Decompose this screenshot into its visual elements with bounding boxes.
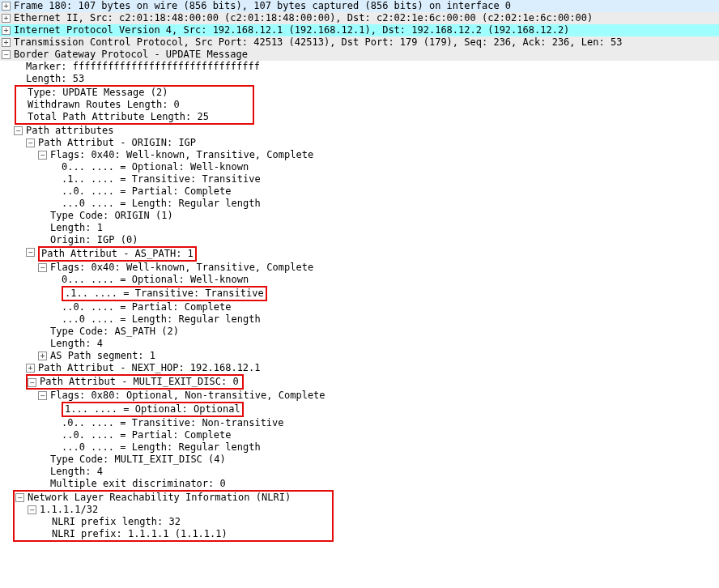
med-typecode-row[interactable]: Type Code: MULTI_EXIT_DISC (4) (0, 454, 719, 466)
aspath-seg-row[interactable]: AS Path segment: 1 (0, 350, 719, 362)
aspath-len-row[interactable]: Length: 4 (0, 338, 719, 350)
aspath-b1: .1.. .... = Transitive: Transitive (65, 288, 264, 299)
origin-title: Path Attribut - ORIGIN: IGP (38, 137, 196, 149)
med-title: Path Attribut - MULTI_EXIT_DISC: 0 (40, 376, 239, 388)
origin-flags-row[interactable]: Flags: 0x40: Well-known, Transitive, Com… (0, 149, 719, 161)
expand-icon[interactable] (2, 2, 11, 11)
bgp-totalpath-row[interactable]: Total Path Attribute Length: 25 (16, 111, 253, 123)
frame-summary: Frame 180: 107 bytes on wire (856 bits),… (14, 0, 511, 12)
med-flags: Flags: 0x80: Optional, Non-transitive, C… (50, 390, 325, 402)
expand-icon[interactable] (2, 26, 11, 35)
med-val-row[interactable]: Multiple exit discriminator: 0 (0, 478, 719, 490)
frame-row[interactable]: Frame 180: 107 bytes on wire (856 bits),… (0, 0, 719, 12)
bgp-length: Length: 53 (26, 73, 84, 85)
med-val: Multiple exit discriminator: 0 (50, 478, 226, 490)
med-flags-row[interactable]: Flags: 0x80: Optional, Non-transitive, C… (0, 390, 719, 402)
med-b3-row[interactable]: ...0 .... = Length: Regular length (0, 441, 719, 454)
tcp-summary: Transmission Control Protocol, Src Port:… (14, 36, 622, 49)
aspath-typecode-row[interactable]: Type Code: AS_PATH (2) (0, 326, 719, 338)
origin-b3: ...0 .... = Length: Regular length (62, 198, 261, 210)
med-b3: ...0 .... = Length: Regular length (62, 441, 261, 454)
aspath-b1-row[interactable]: .1.. .... = Transitive: Transitive (0, 286, 719, 301)
origin-b1-row[interactable]: .1.. .... = Transitive: Transitive (0, 173, 719, 185)
bgp-type-row[interactable]: Type: UPDATE Message (2) (16, 87, 253, 99)
origin-b2-row[interactable]: ..0. .... = Partial: Complete (0, 185, 719, 198)
nlri-prefix: 1.1.1.1/32 (40, 504, 98, 516)
nexthop-row[interactable]: Path Attribut - NEXT_HOP: 192.168.12.1 (0, 362, 719, 374)
aspath-b2-row[interactable]: ..0. .... = Partial: Complete (0, 301, 719, 313)
bgp-marker: Marker: ffffffffffffffffffffffffffffffff (26, 61, 260, 73)
origin-b0-row[interactable]: 0... .... = Optional: Well-known (0, 161, 719, 173)
ip-row[interactable]: Internet Protocol Version 4, Src: 192.16… (0, 24, 719, 36)
nlri-title: Network Layer Reachability Information (… (28, 492, 291, 504)
bgp-marker-row[interactable]: Marker: ffffffffffffffffffffffffffffffff (0, 61, 719, 73)
bgp-withdrawn: Withdrawn Routes Length: 0 (28, 99, 180, 111)
nlri-pval-row[interactable]: NLRI prefix: 1.1.1.1 (1.1.1.1) (15, 528, 332, 540)
origin-len: Length: 1 (50, 222, 103, 234)
bgp-row[interactable]: Border Gateway Protocol - UPDATE Message (0, 49, 719, 61)
ip-summary: Internet Protocol Version 4, Src: 192.16… (14, 24, 569, 36)
expand-icon[interactable] (2, 38, 11, 47)
nlri-plen: NLRI prefix length: 32 (52, 516, 181, 528)
bgp-title: Border Gateway Protocol - UPDATE Message (14, 49, 248, 61)
collapse-icon[interactable] (15, 493, 24, 502)
expand-icon[interactable] (26, 364, 35, 373)
aspath-len: Length: 4 (50, 338, 103, 350)
collapse-icon[interactable] (2, 50, 11, 59)
path-attrs-label: Path attributes (26, 125, 113, 137)
collapse-icon[interactable] (26, 248, 35, 257)
ethernet-summary: Ethernet II, Src: c2:01:18:48:00:00 (c2:… (14, 12, 593, 24)
med-b0-row[interactable]: 1... .... = Optional: Optional (0, 402, 719, 417)
collapse-icon[interactable] (38, 391, 47, 400)
ethernet-row[interactable]: Ethernet II, Src: c2:01:18:48:00:00 (c2:… (0, 12, 719, 24)
nexthop-title: Path Attribut - NEXT_HOP: 192.168.12.1 (38, 362, 261, 374)
med-b0: 1... .... = Optional: Optional (65, 403, 240, 415)
med-b1: .0.. .... = Transitive: Non-transitive (62, 417, 284, 429)
med-len-row[interactable]: Length: 4 (0, 466, 719, 478)
collapse-icon[interactable] (26, 138, 35, 147)
origin-val: Origin: IGP (0) (50, 234, 138, 246)
expand-icon[interactable] (2, 14, 11, 23)
nlri-plen-row[interactable]: NLRI prefix length: 32 (15, 516, 332, 528)
bgp-withdrawn-row[interactable]: Withdrawn Routes Length: 0 (16, 99, 253, 111)
path-attrs-row[interactable]: Path attributes (0, 125, 719, 137)
origin-len-row[interactable]: Length: 1 (0, 222, 719, 234)
aspath-b3-row[interactable]: ...0 .... = Length: Regular length (0, 313, 719, 326)
collapse-icon[interactable] (38, 263, 47, 272)
origin-row[interactable]: Path Attribut - ORIGIN: IGP (0, 137, 719, 149)
collapse-icon[interactable] (28, 505, 36, 514)
bgp-length-row[interactable]: Length: 53 (0, 73, 719, 85)
aspath-seg: AS Path segment: 1 (50, 350, 155, 362)
aspath-b0: 0... .... = Optional: Well-known (62, 274, 249, 286)
med-len: Length: 4 (50, 466, 103, 478)
med-b1-row[interactable]: .0.. .... = Transitive: Non-transitive (0, 417, 719, 429)
bgp-type: Type: UPDATE Message (2) (28, 87, 168, 99)
origin-val-row[interactable]: Origin: IGP (0) (0, 234, 719, 246)
nlri-row[interactable]: Network Layer Reachability Information (… (15, 492, 332, 504)
aspath-title: Path Attribut - AS_PATH: 1 (41, 248, 194, 259)
origin-typecode-row[interactable]: Type Code: ORIGIN (1) (0, 210, 719, 222)
origin-b0: 0... .... = Optional: Well-known (62, 161, 249, 173)
aspath-b2: ..0. .... = Partial: Complete (62, 301, 232, 313)
aspath-row[interactable]: Path Attribut - AS_PATH: 1 (0, 246, 719, 262)
collapse-icon[interactable] (38, 151, 47, 160)
med-b2-row[interactable]: ..0. .... = Partial: Complete (0, 429, 719, 441)
med-row[interactable]: Path Attribut - MULTI_EXIT_DISC: 0 (0, 374, 719, 390)
bgp-totalpath: Total Path Attribute Length: 25 (28, 111, 209, 123)
collapse-icon[interactable] (14, 126, 23, 135)
aspath-flags-row[interactable]: Flags: 0x40: Well-known, Transitive, Com… (0, 262, 719, 274)
aspath-flags: Flags: 0x40: Well-known, Transitive, Com… (50, 262, 313, 274)
collapse-icon[interactable] (28, 378, 36, 387)
origin-flags: Flags: 0x40: Well-known, Transitive, Com… (50, 149, 313, 161)
origin-b3-row[interactable]: ...0 .... = Length: Regular length (0, 198, 719, 210)
origin-typecode: Type Code: ORIGIN (1) (50, 210, 173, 222)
med-b2: ..0. .... = Partial: Complete (62, 429, 232, 441)
aspath-b3: ...0 .... = Length: Regular length (62, 313, 261, 326)
nlri-prefix-row[interactable]: 1.1.1.1/32 (15, 504, 332, 516)
origin-b2: ..0. .... = Partial: Complete (62, 185, 232, 198)
aspath-b0-row[interactable]: 0... .... = Optional: Well-known (0, 274, 719, 286)
expand-icon[interactable] (38, 352, 47, 360)
nlri-pval: NLRI prefix: 1.1.1.1 (1.1.1.1) (52, 528, 228, 540)
origin-b1: .1.. .... = Transitive: Transitive (62, 173, 261, 185)
tcp-row[interactable]: Transmission Control Protocol, Src Port:… (0, 36, 719, 49)
